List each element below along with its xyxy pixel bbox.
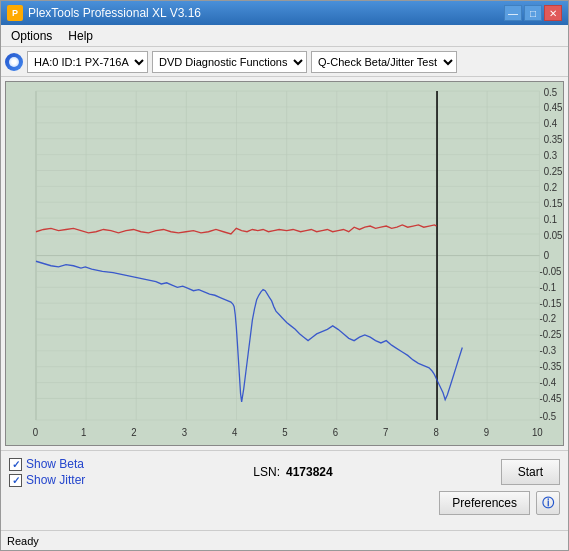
svg-text:3: 3	[182, 427, 188, 438]
lsn-value: 4173824	[286, 465, 333, 479]
svg-text:0: 0	[33, 427, 39, 438]
svg-text:8: 8	[433, 427, 439, 438]
svg-text:-0.45: -0.45	[539, 393, 561, 404]
show-beta-label: Show Beta	[26, 457, 84, 471]
menu-help[interactable]: Help	[62, 27, 99, 45]
bottom-panel: Show Beta Show Jitter LSN: 4173824 Start…	[1, 450, 568, 530]
svg-text:0.15: 0.15	[544, 198, 563, 209]
info-button[interactable]: ⓘ	[536, 491, 560, 515]
title-bar: P PlexTools Professional XL V3.16 — □ ✕	[1, 1, 568, 25]
window-title: PlexTools Professional XL V3.16	[28, 6, 201, 20]
menu-options[interactable]: Options	[5, 27, 58, 45]
show-beta-checkbox[interactable]	[9, 458, 22, 471]
jitter-check-row: Show Jitter	[9, 473, 85, 487]
svg-text:-0.15: -0.15	[539, 297, 561, 308]
svg-text:-0.05: -0.05	[539, 266, 561, 277]
device-icon-inner	[9, 57, 19, 67]
checkboxes: Show Beta Show Jitter	[9, 457, 85, 487]
lsn-area: LSN: 4173824	[253, 465, 332, 479]
minimize-button[interactable]: —	[504, 5, 522, 21]
svg-text:0: 0	[544, 250, 550, 261]
main-window: P PlexTools Professional XL V3.16 — □ ✕ …	[0, 0, 569, 551]
status-bar: Ready	[1, 530, 568, 550]
test-select[interactable]: Q-Check Beta/Jitter Test	[311, 51, 457, 73]
bottom-row2: Preferences ⓘ	[9, 491, 560, 515]
svg-text:5: 5	[282, 427, 288, 438]
app-icon: P	[7, 5, 23, 21]
svg-text:0.4: 0.4	[544, 118, 558, 129]
svg-text:9: 9	[484, 427, 490, 438]
svg-text:0.05: 0.05	[544, 229, 563, 240]
svg-text:0.45: 0.45	[544, 102, 563, 113]
chart-svg: 0 1 2 3 4 5 6 7 8 9 10 0.5 0.45 0.4 0.35…	[6, 82, 563, 445]
svg-text:-0.5: -0.5	[539, 411, 556, 422]
svg-text:1: 1	[81, 427, 87, 438]
toolbar: HA:0 ID:1 PX-716A DVD Diagnostic Functio…	[1, 47, 568, 77]
lsn-label: LSN:	[253, 465, 280, 479]
svg-text:-0.25: -0.25	[539, 329, 561, 340]
bottom-row1: Show Beta Show Jitter LSN: 4173824 Start	[9, 457, 560, 487]
function-select[interactable]: DVD Diagnostic Functions	[152, 51, 307, 73]
svg-text:0.3: 0.3	[544, 150, 558, 161]
svg-text:-0.1: -0.1	[539, 281, 556, 292]
device-select[interactable]: HA:0 ID:1 PX-716A	[27, 51, 148, 73]
svg-text:0.5: 0.5	[544, 86, 558, 97]
title-bar-left: P PlexTools Professional XL V3.16	[7, 5, 201, 21]
svg-text:-0.35: -0.35	[539, 361, 561, 372]
svg-rect-0	[6, 82, 563, 445]
svg-text:-0.3: -0.3	[539, 345, 556, 356]
svg-text:2: 2	[131, 427, 137, 438]
svg-text:0.2: 0.2	[544, 182, 558, 193]
svg-text:7: 7	[383, 427, 389, 438]
menu-bar: Options Help	[1, 25, 568, 47]
close-button[interactable]: ✕	[544, 5, 562, 21]
beta-check-row: Show Beta	[9, 457, 85, 471]
maximize-button[interactable]: □	[524, 5, 542, 21]
svg-text:4: 4	[232, 427, 238, 438]
show-jitter-checkbox[interactable]	[9, 474, 22, 487]
svg-text:-0.2: -0.2	[539, 313, 556, 324]
preferences-button[interactable]: Preferences	[439, 491, 530, 515]
svg-text:-0.4: -0.4	[539, 377, 556, 388]
show-jitter-label: Show Jitter	[26, 473, 85, 487]
svg-text:0.35: 0.35	[544, 134, 563, 145]
start-button[interactable]: Start	[501, 459, 560, 485]
status-text: Ready	[7, 535, 39, 547]
svg-text:0.1: 0.1	[544, 213, 558, 224]
svg-text:6: 6	[333, 427, 339, 438]
device-icon	[5, 53, 23, 71]
chart-area: High Low	[5, 81, 564, 446]
title-bar-controls: — □ ✕	[504, 5, 562, 21]
svg-text:10: 10	[532, 427, 543, 438]
svg-text:0.25: 0.25	[544, 166, 563, 177]
